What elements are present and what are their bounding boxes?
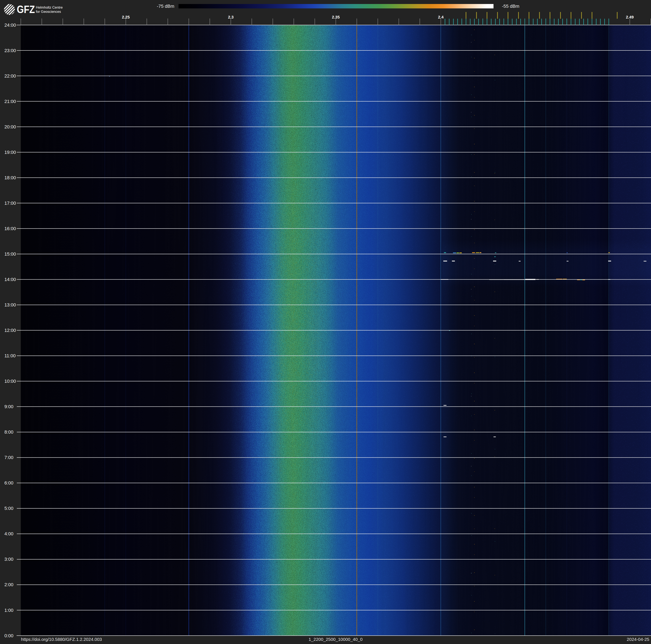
svg-text:12:00: 12:00 — [4, 328, 16, 333]
svg-text:15:00: 15:00 — [4, 252, 16, 257]
svg-text:6:00: 6:00 — [4, 480, 13, 486]
svg-text:19:00: 19:00 — [4, 150, 16, 155]
svg-text:2.49: 2.49 — [626, 15, 634, 19]
svg-text:3:00: 3:00 — [4, 557, 13, 562]
svg-text:4:00: 4:00 — [4, 531, 13, 536]
svg-text:5:00: 5:00 — [4, 506, 13, 511]
svg-text:GFZ: GFZ — [17, 4, 35, 16]
svg-text:9:00: 9:00 — [4, 404, 13, 409]
svg-text:10:00: 10:00 — [4, 379, 16, 384]
svg-text:21:00: 21:00 — [4, 99, 16, 104]
svg-text:22:00: 22:00 — [4, 74, 16, 79]
svg-text:2.25: 2.25 — [122, 15, 130, 19]
svg-text:0:00: 0:00 — [4, 633, 13, 638]
svg-text:16:00: 16:00 — [4, 226, 16, 231]
svg-text:for Geosciences: for Geosciences — [36, 10, 61, 13]
svg-text:2:00: 2:00 — [4, 582, 13, 587]
svg-text:Helmholtz Centre: Helmholtz Centre — [36, 5, 63, 9]
svg-text:1_2200_2500_10000_40_0: 1_2200_2500_10000_40_0 — [309, 637, 363, 642]
svg-text:2.3: 2.3 — [228, 15, 234, 19]
svg-text:23:00: 23:00 — [4, 48, 16, 53]
svg-text:2024-04-25: 2024-04-25 — [627, 637, 649, 642]
svg-text:17:00: 17:00 — [4, 201, 16, 206]
svg-text:18:00: 18:00 — [4, 175, 16, 180]
svg-text:7:00: 7:00 — [4, 455, 13, 460]
svg-text:2.4: 2.4 — [438, 15, 444, 19]
svg-text:-75 dBm: -75 dBm — [157, 4, 174, 9]
svg-text:13:00: 13:00 — [4, 302, 16, 308]
svg-text:-55 dBm: -55 dBm — [502, 4, 519, 9]
svg-text:https://doi.org/10.5880/GFZ.1.: https://doi.org/10.5880/GFZ.1.2.2024.003 — [21, 637, 102, 642]
svg-text:1:00: 1:00 — [4, 608, 13, 613]
svg-text:11:00: 11:00 — [4, 353, 16, 358]
svg-text:24:00: 24:00 — [4, 23, 16, 28]
svg-text:8:00: 8:00 — [4, 430, 13, 435]
svg-text:2.35: 2.35 — [332, 15, 340, 19]
svg-text:20:00: 20:00 — [4, 124, 16, 129]
svg-text:14:00: 14:00 — [4, 277, 16, 282]
